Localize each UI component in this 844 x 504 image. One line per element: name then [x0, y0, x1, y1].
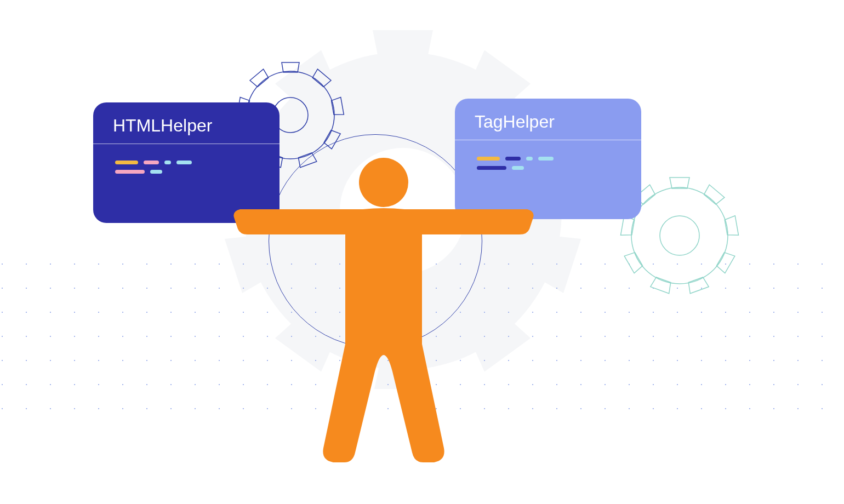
- svg-point-4: [631, 187, 728, 284]
- svg-point-6: [359, 158, 408, 207]
- card-title: TagHelper: [455, 99, 641, 140]
- accessibility-human-icon: [219, 152, 548, 481]
- svg-point-5: [660, 216, 699, 255]
- card-title: HTMLHelper: [93, 102, 280, 144]
